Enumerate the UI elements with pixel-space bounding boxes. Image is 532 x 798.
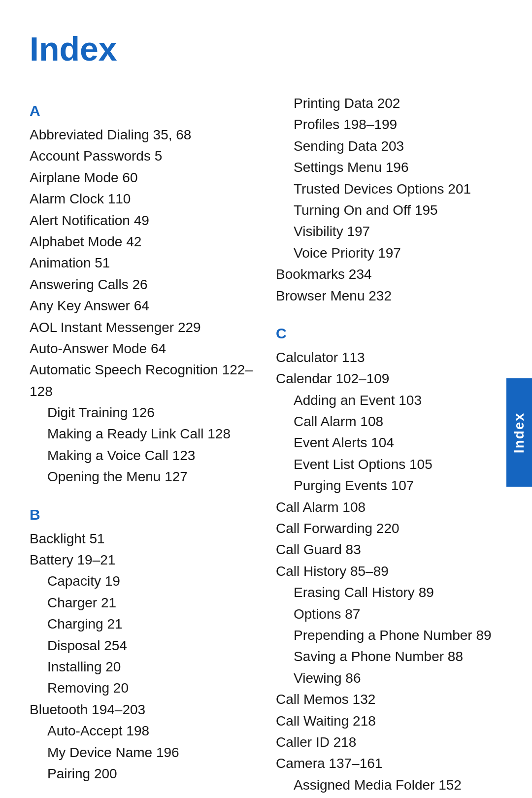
index-entry: Abbreviated Dialing 35, 68 xyxy=(30,124,256,145)
index-entry: Making a Voice Call 123 xyxy=(30,445,256,466)
index-entry: Browser Menu 232 xyxy=(276,285,502,306)
index-entry: Auto-Answer Mode 64 xyxy=(30,338,256,359)
index-entry: Airplane Mode 60 xyxy=(30,167,256,188)
index-entry: Call Waiting 218 xyxy=(276,710,502,732)
index-entry: Account Passwords 5 xyxy=(30,145,256,166)
index-entry: Call Alarm 108 xyxy=(276,411,502,432)
index-entry: Removing 20 xyxy=(30,677,256,698)
index-entry: Event List Options 105 xyxy=(276,454,502,475)
index-entry: Settings Menu 196 xyxy=(276,157,502,178)
index-entry: Pairing 200 xyxy=(30,763,256,784)
index-entry: Opening the Menu 127 xyxy=(30,466,256,487)
index-entry: Calendar 102–109 xyxy=(276,368,502,389)
index-entry: Voice Priority 197 xyxy=(276,242,502,264)
index-entry: Auto-Accept 198 xyxy=(30,720,256,741)
index-entry: Camera 137–161 xyxy=(276,753,502,774)
section-block: Abbreviated Dialing 35, 68Account Passwo… xyxy=(30,124,256,488)
index-entry: Call Memos 132 xyxy=(276,689,502,710)
content-columns: AAbbreviated Dialing 35, 68Account Passw… xyxy=(30,93,502,798)
right-column: Printing Data 202Profiles 198–199Sending… xyxy=(276,93,502,798)
index-entry: Charging 21 xyxy=(30,613,256,634)
section-block: Calculator 113Calendar 102–109Adding an … xyxy=(276,347,502,798)
index-entry: Call Forwarding 220 xyxy=(276,518,502,539)
index-entry: Battery 19–21 xyxy=(30,549,256,570)
index-entry: Purging Events 107 xyxy=(276,475,502,496)
section-letter-c: C xyxy=(276,325,502,342)
index-entry: Backlight 51 xyxy=(30,528,256,549)
index-entry: AOL Instant Messenger 229 xyxy=(30,317,256,338)
index-entry: Call Alarm 108 xyxy=(276,497,502,518)
index-entry: Alphabet Mode 42 xyxy=(30,231,256,252)
section-block: Backlight 51Battery 19–21Capacity 19Char… xyxy=(30,528,256,785)
index-entry: Profiles 198–199 xyxy=(276,114,502,135)
index-entry: Installing 20 xyxy=(30,656,256,677)
left-column: AAbbreviated Dialing 35, 68Account Passw… xyxy=(30,93,256,798)
index-entry: Bookmarks 234 xyxy=(276,264,502,285)
index-entry: Sending Data 203 xyxy=(276,135,502,157)
page-container: Index AAbbreviated Dialing 35, 68Account… xyxy=(0,0,532,798)
index-entry: Charger 21 xyxy=(30,592,256,613)
index-entry: Saving a Phone Number 88 xyxy=(276,646,502,667)
side-tab: Index xyxy=(506,378,532,487)
index-entry: Prepending a Phone Number 89 xyxy=(276,625,502,646)
index-entry: Camcorder Settings 149 xyxy=(276,796,502,798)
index-entry: Call History 85–89 xyxy=(276,561,502,582)
index-entry: Trusted Devices Options 201 xyxy=(276,178,502,200)
index-entry: Turning On and Off 195 xyxy=(276,200,502,221)
index-entry: Viewing 86 xyxy=(276,667,502,689)
section-block: Printing Data 202Profiles 198–199Sending… xyxy=(276,93,502,306)
section-letter-a: A xyxy=(30,102,256,119)
index-entry: Any Key Answer 64 xyxy=(30,295,256,316)
index-entry: Capacity 19 xyxy=(30,570,256,592)
index-entry: Calculator 113 xyxy=(276,347,502,368)
index-entry: Printing Data 202 xyxy=(276,93,502,114)
index-entry: Alarm Clock 110 xyxy=(30,188,256,209)
index-entry: Call Guard 83 xyxy=(276,539,502,560)
index-entry: My Device Name 196 xyxy=(30,742,256,763)
section-letter-b: B xyxy=(30,506,256,523)
index-entry: Assigned Media Folder 152 xyxy=(276,774,502,796)
index-entry: Caller ID 218 xyxy=(276,732,502,753)
side-tab-text: Index xyxy=(511,412,527,453)
index-entry: Making a Ready Link Call 128 xyxy=(30,423,256,444)
index-entry: Animation 51 xyxy=(30,252,256,273)
page-title: Index xyxy=(30,30,502,68)
index-entry: Answering Calls 26 xyxy=(30,274,256,295)
index-entry: Disposal 254 xyxy=(30,635,256,656)
index-entry: Erasing Call History 89 xyxy=(276,582,502,603)
index-entry: Event Alerts 104 xyxy=(276,432,502,453)
index-entry: Options 87 xyxy=(276,603,502,625)
index-entry: Automatic Speech Recognition 122–128 xyxy=(30,359,256,402)
index-entry: Adding an Event 103 xyxy=(276,390,502,411)
index-entry: Visibility 197 xyxy=(276,221,502,242)
index-entry: Alert Notification 49 xyxy=(30,210,256,231)
index-entry: Bluetooth 194–203 xyxy=(30,699,256,720)
index-entry: Digit Training 126 xyxy=(30,402,256,423)
